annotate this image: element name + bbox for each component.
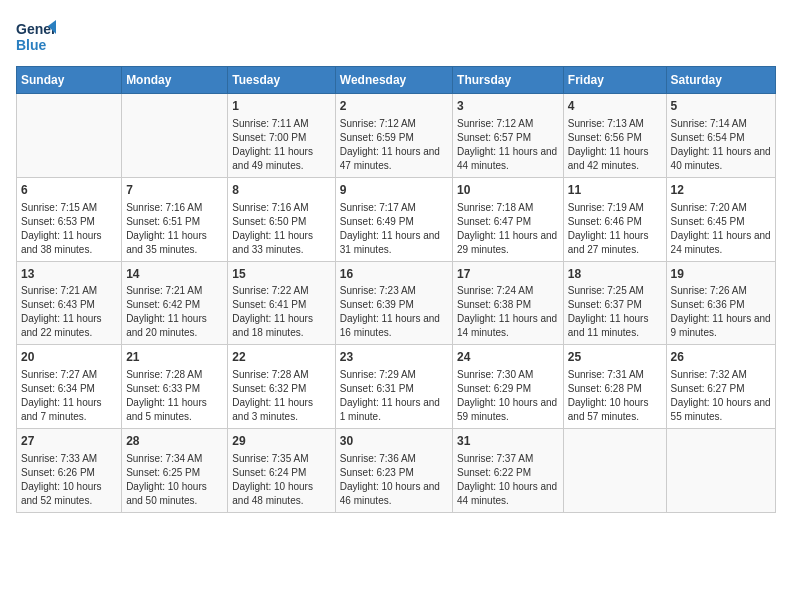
cell-info: Sunrise: 7:13 AMSunset: 6:56 PMDaylight:… bbox=[568, 117, 662, 173]
calendar-cell: 7Sunrise: 7:16 AMSunset: 6:51 PMDaylight… bbox=[122, 177, 228, 261]
cell-info: Sunrise: 7:12 AMSunset: 6:57 PMDaylight:… bbox=[457, 117, 559, 173]
day-number: 6 bbox=[21, 182, 117, 199]
calendar-cell: 18Sunrise: 7:25 AMSunset: 6:37 PMDayligh… bbox=[563, 261, 666, 345]
day-number: 14 bbox=[126, 266, 223, 283]
cell-info: Sunrise: 7:36 AMSunset: 6:23 PMDaylight:… bbox=[340, 452, 448, 508]
day-number: 15 bbox=[232, 266, 330, 283]
cell-info: Sunrise: 7:19 AMSunset: 6:46 PMDaylight:… bbox=[568, 201, 662, 257]
cell-info: Sunrise: 7:37 AMSunset: 6:22 PMDaylight:… bbox=[457, 452, 559, 508]
cell-info: Sunrise: 7:23 AMSunset: 6:39 PMDaylight:… bbox=[340, 284, 448, 340]
calendar-cell: 17Sunrise: 7:24 AMSunset: 6:38 PMDayligh… bbox=[453, 261, 564, 345]
day-number: 12 bbox=[671, 182, 771, 199]
calendar-cell: 15Sunrise: 7:22 AMSunset: 6:41 PMDayligh… bbox=[228, 261, 335, 345]
day-header-sunday: Sunday bbox=[17, 67, 122, 94]
week-row-5: 27Sunrise: 7:33 AMSunset: 6:26 PMDayligh… bbox=[17, 429, 776, 513]
calendar-cell: 25Sunrise: 7:31 AMSunset: 6:28 PMDayligh… bbox=[563, 345, 666, 429]
cell-info: Sunrise: 7:34 AMSunset: 6:25 PMDaylight:… bbox=[126, 452, 223, 508]
day-header-thursday: Thursday bbox=[453, 67, 564, 94]
week-row-1: 1Sunrise: 7:11 AMSunset: 7:00 PMDaylight… bbox=[17, 94, 776, 178]
calendar-cell bbox=[122, 94, 228, 178]
day-number: 21 bbox=[126, 349, 223, 366]
calendar-cell: 29Sunrise: 7:35 AMSunset: 6:24 PMDayligh… bbox=[228, 429, 335, 513]
day-header-friday: Friday bbox=[563, 67, 666, 94]
day-number: 2 bbox=[340, 98, 448, 115]
day-number: 23 bbox=[340, 349, 448, 366]
day-header-monday: Monday bbox=[122, 67, 228, 94]
cell-info: Sunrise: 7:16 AMSunset: 6:50 PMDaylight:… bbox=[232, 201, 330, 257]
calendar-cell: 21Sunrise: 7:28 AMSunset: 6:33 PMDayligh… bbox=[122, 345, 228, 429]
day-header-saturday: Saturday bbox=[666, 67, 775, 94]
day-number: 8 bbox=[232, 182, 330, 199]
svg-text:General: General bbox=[16, 21, 56, 37]
cell-info: Sunrise: 7:17 AMSunset: 6:49 PMDaylight:… bbox=[340, 201, 448, 257]
cell-info: Sunrise: 7:26 AMSunset: 6:36 PMDaylight:… bbox=[671, 284, 771, 340]
calendar-cell: 2Sunrise: 7:12 AMSunset: 6:59 PMDaylight… bbox=[335, 94, 452, 178]
cell-info: Sunrise: 7:18 AMSunset: 6:47 PMDaylight:… bbox=[457, 201, 559, 257]
calendar-cell: 1Sunrise: 7:11 AMSunset: 7:00 PMDaylight… bbox=[228, 94, 335, 178]
cell-info: Sunrise: 7:35 AMSunset: 6:24 PMDaylight:… bbox=[232, 452, 330, 508]
calendar-cell: 4Sunrise: 7:13 AMSunset: 6:56 PMDaylight… bbox=[563, 94, 666, 178]
calendar-cell: 14Sunrise: 7:21 AMSunset: 6:42 PMDayligh… bbox=[122, 261, 228, 345]
calendar-cell: 9Sunrise: 7:17 AMSunset: 6:49 PMDaylight… bbox=[335, 177, 452, 261]
calendar-cell: 10Sunrise: 7:18 AMSunset: 6:47 PMDayligh… bbox=[453, 177, 564, 261]
calendar-cell: 23Sunrise: 7:29 AMSunset: 6:31 PMDayligh… bbox=[335, 345, 452, 429]
day-number: 5 bbox=[671, 98, 771, 115]
day-header-tuesday: Tuesday bbox=[228, 67, 335, 94]
cell-info: Sunrise: 7:11 AMSunset: 7:00 PMDaylight:… bbox=[232, 117, 330, 173]
day-number: 31 bbox=[457, 433, 559, 450]
day-number: 25 bbox=[568, 349, 662, 366]
calendar-cell: 27Sunrise: 7:33 AMSunset: 6:26 PMDayligh… bbox=[17, 429, 122, 513]
calendar-cell: 19Sunrise: 7:26 AMSunset: 6:36 PMDayligh… bbox=[666, 261, 775, 345]
day-number: 13 bbox=[21, 266, 117, 283]
calendar-cell: 20Sunrise: 7:27 AMSunset: 6:34 PMDayligh… bbox=[17, 345, 122, 429]
day-number: 10 bbox=[457, 182, 559, 199]
cell-info: Sunrise: 7:22 AMSunset: 6:41 PMDaylight:… bbox=[232, 284, 330, 340]
calendar-cell: 24Sunrise: 7:30 AMSunset: 6:29 PMDayligh… bbox=[453, 345, 564, 429]
week-row-3: 13Sunrise: 7:21 AMSunset: 6:43 PMDayligh… bbox=[17, 261, 776, 345]
day-number: 29 bbox=[232, 433, 330, 450]
day-number: 18 bbox=[568, 266, 662, 283]
week-row-4: 20Sunrise: 7:27 AMSunset: 6:34 PMDayligh… bbox=[17, 345, 776, 429]
calendar-cell: 28Sunrise: 7:34 AMSunset: 6:25 PMDayligh… bbox=[122, 429, 228, 513]
day-number: 30 bbox=[340, 433, 448, 450]
calendar-cell: 22Sunrise: 7:28 AMSunset: 6:32 PMDayligh… bbox=[228, 345, 335, 429]
calendar-cell: 5Sunrise: 7:14 AMSunset: 6:54 PMDaylight… bbox=[666, 94, 775, 178]
calendar-cell bbox=[17, 94, 122, 178]
calendar-cell: 13Sunrise: 7:21 AMSunset: 6:43 PMDayligh… bbox=[17, 261, 122, 345]
day-number: 24 bbox=[457, 349, 559, 366]
calendar-cell: 12Sunrise: 7:20 AMSunset: 6:45 PMDayligh… bbox=[666, 177, 775, 261]
calendar-table: SundayMondayTuesdayWednesdayThursdayFrid… bbox=[16, 66, 776, 513]
page-header: General Blue bbox=[16, 16, 776, 56]
cell-info: Sunrise: 7:29 AMSunset: 6:31 PMDaylight:… bbox=[340, 368, 448, 424]
cell-info: Sunrise: 7:24 AMSunset: 6:38 PMDaylight:… bbox=[457, 284, 559, 340]
cell-info: Sunrise: 7:16 AMSunset: 6:51 PMDaylight:… bbox=[126, 201, 223, 257]
calendar-cell: 8Sunrise: 7:16 AMSunset: 6:50 PMDaylight… bbox=[228, 177, 335, 261]
day-number: 27 bbox=[21, 433, 117, 450]
cell-info: Sunrise: 7:14 AMSunset: 6:54 PMDaylight:… bbox=[671, 117, 771, 173]
day-number: 3 bbox=[457, 98, 559, 115]
cell-info: Sunrise: 7:28 AMSunset: 6:32 PMDaylight:… bbox=[232, 368, 330, 424]
cell-info: Sunrise: 7:20 AMSunset: 6:45 PMDaylight:… bbox=[671, 201, 771, 257]
calendar-cell bbox=[666, 429, 775, 513]
cell-info: Sunrise: 7:28 AMSunset: 6:33 PMDaylight:… bbox=[126, 368, 223, 424]
calendar-cell: 6Sunrise: 7:15 AMSunset: 6:53 PMDaylight… bbox=[17, 177, 122, 261]
day-number: 16 bbox=[340, 266, 448, 283]
calendar-cell: 11Sunrise: 7:19 AMSunset: 6:46 PMDayligh… bbox=[563, 177, 666, 261]
cell-info: Sunrise: 7:21 AMSunset: 6:43 PMDaylight:… bbox=[21, 284, 117, 340]
calendar-cell: 30Sunrise: 7:36 AMSunset: 6:23 PMDayligh… bbox=[335, 429, 452, 513]
cell-info: Sunrise: 7:30 AMSunset: 6:29 PMDaylight:… bbox=[457, 368, 559, 424]
cell-info: Sunrise: 7:27 AMSunset: 6:34 PMDaylight:… bbox=[21, 368, 117, 424]
day-number: 9 bbox=[340, 182, 448, 199]
day-number: 26 bbox=[671, 349, 771, 366]
svg-text:Blue: Blue bbox=[16, 37, 47, 53]
day-number: 11 bbox=[568, 182, 662, 199]
calendar-cell bbox=[563, 429, 666, 513]
day-number: 17 bbox=[457, 266, 559, 283]
day-number: 7 bbox=[126, 182, 223, 199]
calendar-cell: 16Sunrise: 7:23 AMSunset: 6:39 PMDayligh… bbox=[335, 261, 452, 345]
calendar-cell: 31Sunrise: 7:37 AMSunset: 6:22 PMDayligh… bbox=[453, 429, 564, 513]
day-header-wednesday: Wednesday bbox=[335, 67, 452, 94]
cell-info: Sunrise: 7:21 AMSunset: 6:42 PMDaylight:… bbox=[126, 284, 223, 340]
cell-info: Sunrise: 7:12 AMSunset: 6:59 PMDaylight:… bbox=[340, 117, 448, 173]
cell-info: Sunrise: 7:32 AMSunset: 6:27 PMDaylight:… bbox=[671, 368, 771, 424]
